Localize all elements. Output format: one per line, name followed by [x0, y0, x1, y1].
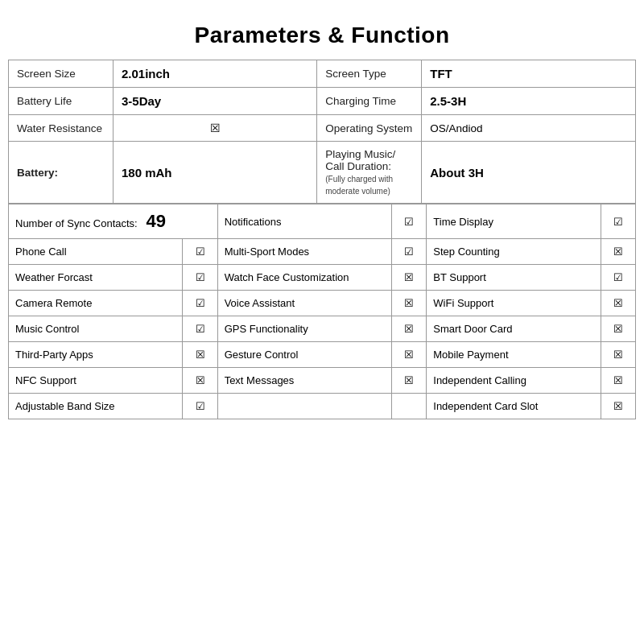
feature-table: Number of Sync Contacts: 49 Notification…	[8, 204, 636, 419]
time-display-check	[601, 204, 635, 239]
battery-life-value: 3-5Day	[114, 88, 317, 115]
charging-time-value: 2.5-3H	[422, 88, 636, 115]
feature-label: Mobile Payment	[427, 342, 601, 368]
feature-label: Independent Card Slot	[427, 394, 601, 419]
feature-label: Phone Call	[9, 239, 183, 265]
feature-label: Smart Door Card	[427, 316, 601, 342]
feature-check	[601, 239, 635, 265]
table-row: Camera Remote Voice Assistant WiFi Suppo…	[9, 291, 636, 316]
feature-check	[392, 342, 427, 368]
water-os-row: Water Resistance Operating System OS/And…	[9, 115, 636, 142]
feature-label: Watch Face Customization	[217, 265, 391, 291]
time-display-label: Time Display	[427, 204, 601, 239]
feature-check	[601, 342, 635, 368]
feature-label: GPS Functionality	[217, 316, 391, 342]
table-row: Music Control GPS Functionality Smart Do…	[9, 316, 636, 342]
notifications-label: Notifications	[217, 204, 391, 239]
feature-check	[601, 291, 635, 316]
sync-contacts-value: 49	[147, 211, 166, 231]
feature-label: WiFi Support	[427, 291, 601, 316]
feature-check	[183, 394, 217, 419]
screen-size-label: Screen Size	[9, 60, 114, 88]
feature-label: Weather Forcast	[9, 265, 183, 291]
table-row: Weather Forcast Watch Face Customization…	[9, 265, 636, 291]
notifications-check	[392, 204, 427, 239]
feature-check	[601, 368, 635, 394]
water-resistance-label: Water Resistance	[9, 115, 114, 142]
sync-contacts-label: Number of Sync Contacts:	[15, 217, 138, 229]
feature-label-empty	[217, 394, 391, 419]
screen-type-label: Screen Type	[317, 60, 422, 88]
feature-label: Gesture Control	[217, 342, 391, 368]
feature-label: Music Control	[9, 316, 183, 342]
feature-label: Text Messages	[217, 368, 391, 394]
page-title: Parameters & Function	[8, 8, 636, 60]
feature-check	[183, 265, 217, 291]
feature-check	[601, 394, 635, 419]
feature-check	[183, 239, 217, 265]
feature-check	[183, 316, 217, 342]
feature-header-row: Number of Sync Contacts: 49 Notification…	[9, 204, 636, 239]
table-row: Phone Call Multi-Sport Modes Step Counti…	[9, 239, 636, 265]
battery-life-row: Battery Life 3-5Day Charging Time 2.5-3H	[9, 88, 636, 115]
os-value: OS/Andiod	[422, 115, 636, 142]
feature-check	[601, 265, 635, 291]
feature-label: Multi-Sport Modes	[217, 239, 391, 265]
feature-check	[392, 368, 427, 394]
music-call-value: About 3H	[422, 142, 636, 204]
battery-music-row: Battery: 180 mAh Playing Music/ Call Dur…	[9, 142, 636, 204]
params-table: Screen Size 2.01inch Screen Type TFT Bat…	[8, 60, 636, 204]
feature-label: BT Support	[427, 265, 601, 291]
feature-check	[183, 342, 217, 368]
music-call-label: Playing Music/ Call Duration: (Fully cha…	[317, 142, 422, 204]
feature-label: Camera Remote	[9, 291, 183, 316]
feature-check-empty	[392, 394, 427, 419]
charging-time-label: Charging Time	[317, 88, 422, 115]
feature-check	[392, 265, 427, 291]
feature-label: Adjustable Band Size	[9, 394, 183, 419]
feature-label: Third-Party Apps	[9, 342, 183, 368]
feature-label: Step Counting	[427, 239, 601, 265]
feature-check	[392, 316, 427, 342]
feature-label: Voice Assistant	[217, 291, 391, 316]
feature-label: NFC Support	[9, 368, 183, 394]
feature-label: Independent Calling	[427, 368, 601, 394]
feature-check	[392, 239, 427, 265]
screen-row: Screen Size 2.01inch Screen Type TFT	[9, 60, 636, 88]
os-label: Operating System	[317, 115, 422, 142]
battery-value: 180 mAh	[114, 142, 317, 204]
table-row: NFC Support Text Messages Independent Ca…	[9, 368, 636, 394]
feature-check	[183, 291, 217, 316]
feature-check	[601, 316, 635, 342]
feature-check	[183, 368, 217, 394]
table-row: Adjustable Band Size Independent Card Sl…	[9, 394, 636, 419]
battery-label: Battery:	[9, 142, 114, 204]
screen-type-value: TFT	[422, 60, 636, 88]
screen-size-value: 2.01inch	[114, 60, 317, 88]
battery-life-label: Battery Life	[9, 88, 114, 115]
feature-check	[392, 291, 427, 316]
table-row: Third-Party Apps Gesture Control Mobile …	[9, 342, 636, 368]
water-resistance-check	[114, 115, 317, 142]
